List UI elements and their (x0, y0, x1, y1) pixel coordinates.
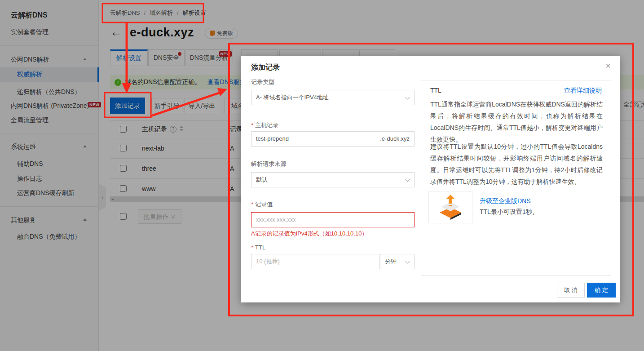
dns-line-select[interactable]: 默认 (251, 172, 415, 187)
dns-line-value: 默认 (256, 176, 268, 183)
confirm-button[interactable]: 确 定 (587, 283, 616, 298)
record-value-field (251, 212, 415, 227)
record-value-input[interactable] (256, 213, 410, 227)
host-record-label: *主机记录 (251, 121, 278, 129)
ttl-help-panel: TTL 查看详细说明 TTL通常指全球运营商LocalDNS在获得权威DNS返回… (421, 80, 611, 276)
modal-title: 添加记录 (251, 63, 280, 72)
upgrade-note: TTL最小可设置1秒。 (480, 208, 538, 216)
ttl-label: *TTL (251, 244, 265, 251)
record-type-label: 记录类型 (251, 78, 274, 86)
view-details-link[interactable]: 查看详细说明 (564, 87, 602, 95)
chevron-down-icon (406, 259, 410, 264)
chevron-down-icon (406, 95, 410, 100)
host-record-field: .e-duck.xyz (251, 131, 415, 147)
required-mark: * (251, 201, 253, 208)
close-icon[interactable]: × (605, 61, 611, 70)
host-record-input[interactable] (256, 132, 368, 146)
record-type-select[interactable]: A- 将域名指向一个IPV4地址 (251, 90, 415, 105)
ttl-unit-select[interactable]: 分钟 (380, 254, 415, 269)
domain-suffix: .e-duck.xyz (380, 132, 410, 146)
record-value-label: *记录值 (251, 200, 273, 209)
upgrade-icon-box (428, 191, 472, 223)
cancel-button[interactable]: 取 消 (557, 283, 585, 298)
add-record-modal: 添加记录 × 记录类型 A- 将域名指向一个IPV4地址 *主机记录 .e-du… (241, 56, 620, 302)
help-paragraph-2: 建议将TTL设置为默认10分钟，过小的TTL值会导致Localdns缓存解析结果… (430, 141, 603, 187)
dns-line-label: 解析请求来源 (251, 160, 286, 168)
upgrade-icon (438, 195, 463, 220)
screen: 云解析DNS 实例套餐管理 公网DNS解析 权威解析 递归解析（公共DNS） 内… (0, 0, 644, 351)
required-mark: * (251, 244, 253, 251)
record-value-error: A记录的记录值为IPv4形式（如10.10.10.10） (251, 230, 367, 238)
upgrade-enterprise-dns-link[interactable]: 升级至企业版DNS (480, 197, 531, 205)
help-paragraph-1: TTL通常指全球运营商LocalDNS在获得权威DNS返回的解析结果后，将解析结… (430, 98, 603, 145)
ttl-field (251, 254, 380, 269)
required-mark: * (251, 122, 253, 129)
record-type-value: A- 将域名指向一个IPV4地址 (256, 94, 329, 101)
help-title: TTL (430, 87, 441, 94)
chevron-down-icon (406, 178, 410, 182)
ttl-unit-value: 分钟 (385, 258, 397, 265)
ttl-input[interactable] (256, 255, 375, 268)
